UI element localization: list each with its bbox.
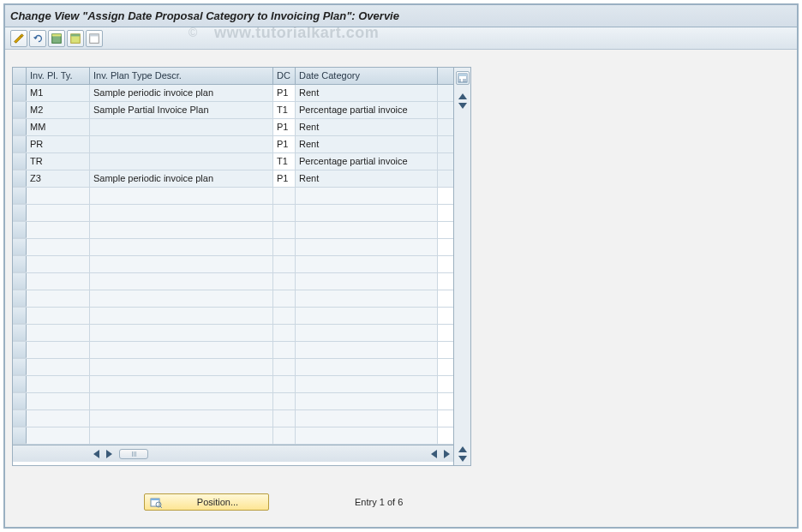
- scroll-up-end-icon[interactable]: [458, 446, 467, 452]
- row-selector[interactable]: [13, 256, 27, 272]
- cell-inv-pl-ty[interactable]: [27, 290, 90, 307]
- cell-inv-pl-ty[interactable]: [27, 188, 90, 204]
- table-row[interactable]: [13, 393, 453, 410]
- cell-dc[interactable]: [273, 308, 296, 324]
- row-selector[interactable]: [13, 222, 27, 238]
- select-all-icon[interactable]: [48, 30, 65, 47]
- row-selector[interactable]: [13, 239, 27, 255]
- cell-dc[interactable]: [273, 273, 296, 290]
- cell-dc[interactable]: P1: [273, 136, 296, 152]
- column-header-inv-pl-ty[interactable]: Inv. Pl. Ty.: [27, 68, 90, 84]
- cell-dc[interactable]: [273, 290, 296, 307]
- cell-dc[interactable]: [273, 359, 296, 375]
- cell-inv-pl-ty[interactable]: MM: [27, 119, 90, 135]
- cell-inv-pl-ty[interactable]: Z3: [27, 170, 90, 187]
- display-change-icon[interactable]: [10, 30, 27, 47]
- row-selector-header[interactable]: [13, 68, 27, 84]
- row-selector[interactable]: [13, 273, 27, 290]
- vertical-scrollbar[interactable]: [453, 68, 470, 465]
- cell-inv-pl-ty[interactable]: [27, 325, 90, 341]
- table-row[interactable]: [13, 239, 453, 256]
- row-selector[interactable]: [13, 188, 27, 204]
- row-selector[interactable]: [13, 290, 27, 307]
- undo-icon[interactable]: [29, 30, 46, 47]
- scroll-left-end-icon[interactable]: [431, 450, 437, 458]
- table-row[interactable]: [13, 205, 453, 222]
- row-selector[interactable]: [13, 342, 27, 358]
- table-row[interactable]: [13, 256, 453, 273]
- table-row[interactable]: [13, 427, 453, 445]
- cell-dc[interactable]: [273, 188, 296, 204]
- cell-inv-pl-ty[interactable]: TR: [27, 153, 90, 170]
- row-selector[interactable]: [13, 170, 27, 187]
- table-row[interactable]: MMP1Rent: [13, 119, 453, 136]
- table-row[interactable]: Z3Sample periodic invoice planP1Rent: [13, 170, 453, 188]
- table-row[interactable]: [13, 273, 453, 290]
- table-row[interactable]: [13, 325, 453, 342]
- cell-dc[interactable]: [273, 393, 296, 409]
- cell-inv-pl-ty[interactable]: PR: [27, 136, 90, 152]
- row-selector[interactable]: [13, 325, 27, 341]
- table-row[interactable]: [13, 290, 453, 308]
- row-selector[interactable]: [13, 136, 27, 152]
- cell-dc[interactable]: [273, 342, 296, 358]
- row-selector[interactable]: [13, 205, 27, 221]
- cell-inv-pl-ty[interactable]: [27, 222, 90, 238]
- hscroll-thumb[interactable]: [119, 449, 148, 459]
- select-block-icon[interactable]: [67, 30, 84, 47]
- cell-dc[interactable]: [273, 427, 296, 444]
- row-selector[interactable]: [13, 102, 27, 118]
- cell-inv-pl-ty[interactable]: [27, 342, 90, 358]
- cell-dc[interactable]: T1: [273, 102, 296, 118]
- table-row[interactable]: M2Sample Partial Invoice PlanT1Percentag…: [13, 102, 453, 119]
- cell-inv-pl-ty[interactable]: [27, 273, 90, 290]
- cell-inv-pl-ty[interactable]: [27, 376, 90, 392]
- cell-inv-pl-ty[interactable]: [27, 427, 90, 444]
- table-row[interactable]: [13, 342, 453, 359]
- cell-dc[interactable]: P1: [273, 119, 296, 135]
- cell-dc[interactable]: [273, 239, 296, 255]
- table-row[interactable]: [13, 410, 453, 427]
- row-selector[interactable]: [13, 410, 27, 427]
- table-row[interactable]: [13, 188, 453, 205]
- cell-inv-pl-ty[interactable]: [27, 308, 90, 324]
- scroll-down-end-icon[interactable]: [458, 456, 467, 462]
- position-button[interactable]: Position...: [144, 493, 269, 511]
- column-header-inv-plan-descr[interactable]: Inv. Plan Type Descr.: [90, 68, 273, 84]
- scroll-up-icon[interactable]: [458, 93, 467, 99]
- row-selector[interactable]: [13, 308, 27, 324]
- scroll-right-icon[interactable]: [106, 450, 112, 458]
- cell-dc[interactable]: T1: [273, 153, 296, 170]
- row-selector[interactable]: [13, 376, 27, 392]
- table-row[interactable]: TRT1Percentage partial invoice: [13, 153, 453, 170]
- cell-dc[interactable]: [273, 256, 296, 272]
- cell-dc[interactable]: [273, 410, 296, 427]
- cell-inv-pl-ty[interactable]: [27, 410, 90, 427]
- scroll-right-end-icon[interactable]: [444, 450, 450, 458]
- row-selector[interactable]: [13, 427, 27, 444]
- table-row[interactable]: [13, 376, 453, 393]
- table-row[interactable]: PRP1Rent: [13, 136, 453, 153]
- cell-inv-pl-ty[interactable]: [27, 256, 90, 272]
- row-selector[interactable]: [13, 393, 27, 409]
- cell-inv-pl-ty[interactable]: M2: [27, 102, 90, 118]
- cell-dc[interactable]: [273, 376, 296, 392]
- column-header-date-category[interactable]: Date Category: [296, 68, 438, 84]
- column-header-dc[interactable]: DC: [273, 68, 296, 84]
- table-row[interactable]: [13, 308, 453, 325]
- cell-inv-pl-ty[interactable]: [27, 393, 90, 409]
- cell-dc[interactable]: [273, 205, 296, 221]
- table-row[interactable]: [13, 359, 453, 376]
- table-row[interactable]: M1Sample periodic invoice planP1Rent: [13, 85, 453, 102]
- deselect-all-icon[interactable]: [86, 30, 103, 47]
- scroll-down-icon[interactable]: [458, 103, 467, 109]
- row-selector[interactable]: [13, 119, 27, 135]
- row-selector[interactable]: [13, 85, 27, 101]
- table-settings-icon[interactable]: [456, 71, 470, 85]
- cell-inv-pl-ty[interactable]: [27, 239, 90, 255]
- cell-dc[interactable]: [273, 222, 296, 238]
- table-row[interactable]: [13, 222, 453, 239]
- cell-inv-pl-ty[interactable]: [27, 205, 90, 221]
- horizontal-scrollbar[interactable]: [13, 445, 453, 462]
- row-selector[interactable]: [13, 153, 27, 170]
